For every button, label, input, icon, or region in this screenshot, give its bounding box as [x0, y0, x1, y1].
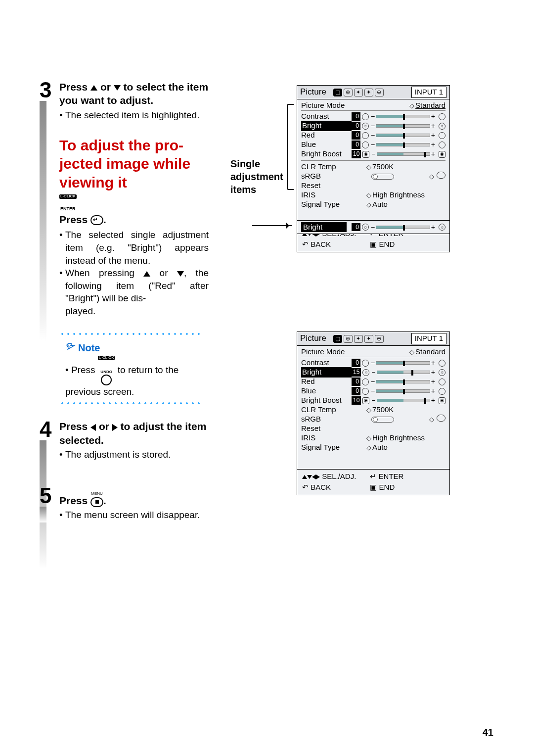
osd-title: Picture	[300, 333, 326, 344]
slider: −+	[371, 124, 435, 129]
text: The menu screen will disappear.	[65, 509, 209, 521]
osd-header: Picture ▢ ⊚ ✦ ✦ ⊝ INPUT 1	[297, 86, 449, 99]
down-icon	[307, 475, 312, 479]
red-icon	[439, 132, 445, 139]
osd-row-iris: IRIS ◇High Brightness	[301, 190, 445, 200]
up-icon	[302, 475, 307, 479]
blue-icon	[439, 388, 445, 395]
contrast-icon	[439, 113, 445, 120]
boost-icon: ◉	[362, 397, 369, 404]
bracket-icon	[287, 104, 294, 190]
note-box: Note • Press L-CLICK UNDO to return to t…	[59, 332, 203, 405]
slider: −+	[371, 133, 435, 138]
step-number: 4	[40, 415, 51, 444]
slider: −+	[371, 152, 435, 157]
osd-row-clr-temp: CLR Temp ◇7500K	[301, 405, 445, 415]
picture-tab-icon: ▢	[333, 335, 342, 343]
picture-tab-icon: ▢	[333, 89, 342, 96]
undo-button-block: L-CLICK UNDO	[98, 356, 115, 385]
slider: −+	[371, 379, 435, 384]
tab-icon: ✦	[364, 335, 373, 343]
note-label: Note	[78, 341, 100, 355]
text: Press	[59, 214, 90, 225]
osd-tab-icons: ▢ ⊚ ✦ ✦ ⊝	[333, 335, 384, 343]
red-icon	[439, 378, 445, 385]
text: The selected item is highlighted.	[65, 109, 209, 122]
osd-row-bright-boost: Bright Boost 10◉ −+◉	[301, 396, 445, 405]
note-header: Note	[65, 341, 197, 355]
text: or	[97, 81, 114, 93]
osd-row-picture-mode: Picture Mode ◇Standard	[301, 101, 445, 111]
osd-footer: SEL./ADJ. ↶ BACK ↵ ENTER ▣ END	[297, 469, 449, 495]
press-enter-line: Press .	[59, 213, 209, 227]
slider: −+	[371, 398, 435, 403]
step-number: 3	[40, 75, 51, 104]
step-4-title: Press or to adjust the item selected.	[59, 420, 209, 447]
menu-button-icon	[90, 497, 103, 507]
osd-title: Picture	[300, 87, 326, 98]
red-icon	[362, 132, 369, 139]
note-border-bottom	[59, 402, 203, 405]
osd-row-bright-boost: Bright Boost 10◉ −+◉	[301, 149, 445, 159]
page: 3 Press or to select the item you want t…	[0, 0, 534, 521]
red-icon	[362, 378, 369, 385]
osd-row-bright-highlighted: Bright 15☼ −+☼	[301, 368, 445, 377]
tab-icon: ⊚	[344, 89, 353, 96]
up-triangle-icon	[90, 85, 97, 91]
left-icon	[312, 474, 316, 479]
osd-row-srgb: sRGB ◇	[301, 172, 445, 181]
osd-body: Picture Mode ◇Standard Contrast 0 −+ Bri…	[297, 99, 449, 226]
text: Press	[59, 495, 90, 506]
toggle-end-icon	[437, 415, 445, 422]
text: or	[96, 421, 112, 432]
gradient-bar	[40, 101, 46, 341]
input-badge: INPUT 1	[411, 333, 446, 344]
bar-label: Bright	[301, 222, 347, 232]
bright-icon: ☼	[439, 123, 445, 130]
osd-row-red: Red 0 −+	[301, 377, 445, 386]
osd-row-reset: Reset	[301, 181, 445, 190]
osd-row-contrast: Contrast 0 −+	[301, 112, 445, 121]
l-click-badge: L-CLICK	[98, 356, 115, 360]
divider	[301, 160, 445, 161]
tab-icon: ⊚	[344, 335, 353, 343]
osd-single-bright-bar: Bright 0☼ −+☼	[297, 220, 450, 234]
up-triangle-icon	[143, 271, 150, 277]
step-5-body: •The menu screen will disappear.	[59, 509, 209, 521]
down-triangle-icon	[177, 271, 184, 277]
osd-body: Picture Mode ◇Standard Contrast 0 −+ Bri…	[297, 346, 449, 469]
text: Press	[59, 81, 90, 93]
slider: −+	[371, 361, 435, 366]
osd-row-signal-type: Signal Type ◇Auto	[301, 200, 445, 209]
blue-icon	[439, 142, 445, 148]
note-border-top	[59, 332, 203, 335]
right-triangle-icon	[112, 424, 118, 431]
bright-icon: ☼	[362, 369, 369, 376]
tab-icon: ✦	[354, 89, 363, 96]
page-number: 41	[483, 726, 493, 739]
left-triangle-icon	[90, 424, 96, 431]
hand-icon	[65, 342, 76, 353]
text: When pressing or , the following item ("…	[65, 267, 209, 318]
menu-label: MENU	[91, 491, 103, 496]
step-number: 5	[40, 481, 51, 510]
step-4-body: •The adjustment is stored.	[59, 448, 209, 461]
enter-label: ENTER	[59, 207, 77, 211]
text: The selected single adjustment item (e.g…	[65, 229, 209, 267]
input-badge: INPUT 1	[411, 87, 446, 97]
step-3-body: •The selected item is highlighted.	[59, 109, 209, 122]
osd-row-srgb: sRGB ◇	[301, 415, 445, 424]
osd-header: Picture ▢ ⊚ ✦ ✦ ⊝ INPUT 1	[297, 332, 449, 346]
osd-menu-2: Picture ▢ ⊚ ✦ ✦ ⊝ INPUT 1 Picture Mode ◇…	[297, 331, 450, 495]
l-click-badge: L-CLICK	[59, 194, 77, 199]
step-3: 3 Press or to select the item you want t…	[41, 80, 209, 405]
blue-icon	[362, 388, 369, 395]
contrast-icon	[362, 113, 369, 120]
text: Press	[59, 421, 90, 432]
step-3-title: Press or to select the item you want to …	[59, 80, 209, 107]
tab-icon: ✦	[364, 89, 373, 96]
bright-icon: ☼	[362, 123, 369, 130]
arrow-icon	[252, 225, 292, 226]
contrast-icon	[439, 360, 445, 367]
slider: −+	[371, 225, 435, 230]
